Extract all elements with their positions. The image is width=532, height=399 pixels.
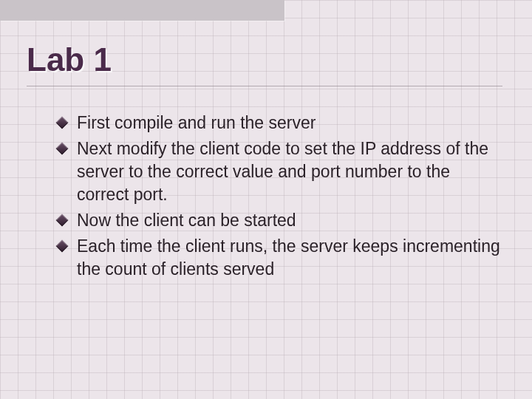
bullet-text: Now the client can be started — [77, 211, 296, 230]
bullet-icon — [56, 214, 69, 227]
bullet-text: Each time the client runs, the server ke… — [77, 236, 500, 279]
bullet-icon — [56, 240, 69, 253]
bullet-text: First compile and run the server — [77, 113, 316, 132]
slide-title: Lab 1 — [27, 41, 502, 86]
bullet-icon — [56, 117, 69, 129]
top-shadow-bar — [0, 0, 284, 21]
list-item: First compile and run the server — [62, 112, 502, 134]
list-item: Each time the client runs, the server ke… — [62, 235, 502, 281]
list-item: Now the client can be started — [62, 209, 502, 232]
bullet-icon — [56, 143, 69, 155]
slide-content: Lab 1 First compile and run the server N… — [27, 41, 502, 284]
bullet-text: Next modify the client code to set the I… — [77, 139, 488, 204]
list-item: Next modify the client code to set the I… — [62, 137, 502, 206]
bullet-list: First compile and run the server Next mo… — [27, 112, 502, 281]
